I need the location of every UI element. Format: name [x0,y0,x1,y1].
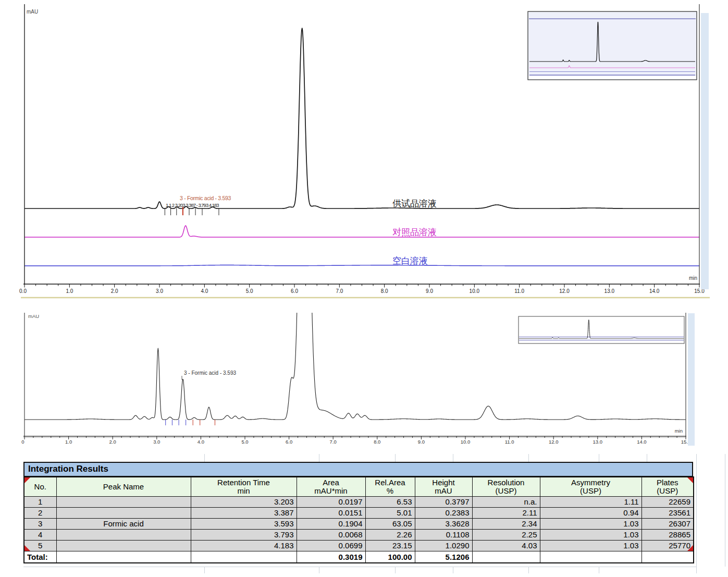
cell-resolution: n.a. [472,496,540,507]
x-tick-label: 5.0 [241,439,248,445]
x-tick-label: 12.0 [559,288,570,294]
x-tick-label: 2.0 [111,288,118,294]
x-tick-label: 1.0 [66,288,73,294]
x-tick-label: 5.0 [246,288,253,294]
x-tick-label: 13.0 [593,439,603,445]
inset-thumbnail-box [519,316,684,343]
table-total-row: Total:0.3019100.005.1206 [24,551,694,563]
gridline [204,567,205,573]
gridline [528,567,529,573]
gridline [528,454,529,462]
gridline [696,462,697,567]
gridline [453,567,453,573]
x-tick-label: 0 [21,439,24,445]
x-tick-label: 9.0 [426,288,433,294]
table-row: 3Formic acid3.5930.190463.053.36282.341.… [24,518,694,529]
x-axis-unit-label: min [675,428,683,434]
cell-no: 5 [24,540,56,551]
x-tick-label: 0.0 [19,288,27,294]
red-corner-marker [24,477,30,483]
cell-rel-area: 23.15 [365,540,415,551]
series-label-sample: 供试品溶液 [392,199,437,208]
cell-empty [56,551,191,563]
x-tick-label: 14.0 [637,439,647,445]
cell-total-height: 5.1206 [415,551,472,563]
cell-total-label: Total: [24,551,56,563]
chromatography-report: 0.01.02.03.04.05.06.07.08.09.010.011.012… [0,0,728,577]
cell-asymmetry: 1.03 [540,540,641,551]
x-tick-label: 14.0 [649,288,660,294]
column-header-peak-name: Peak Name [56,477,191,496]
x-tick-label: 7.0 [336,288,343,294]
cell-plates: 23561 [641,507,694,518]
cell-empty [472,551,540,563]
gridline [725,462,725,567]
y-axis-unit-label: mAU [28,313,39,319]
integration-results-table: Integration Results No.Peak NameRetentio… [23,462,693,563]
cell-area: 0.0197 [297,496,365,507]
x-tick-label: 6.0 [286,439,292,445]
cell-plates: 22659 [641,496,694,507]
overlay-chromatogram-chart: 0.01.02.03.04.05.06.07.08.09.010.011.012… [0,0,728,302]
cell-plates: 28865 [641,529,694,540]
gridline [599,567,599,573]
x-tick-label: 3.0 [156,288,163,294]
column-header-area: AreamAU*min [297,477,365,496]
x-tick-label: 12.0 [549,439,559,445]
zoomed-chromatogram-chart: 01.02.03.04.05.06.07.08.09.010.011.012.0… [0,302,728,453]
cell-peak-name [56,496,191,507]
cell-peak-name [56,540,191,551]
x-tick-label: 9.0 [418,439,425,445]
cell-height: 3.3628 [415,518,472,529]
cell-no: 4 [24,529,56,540]
y-axis-unit-label: mAU [27,9,38,15]
x-tick-label: 10.0 [470,288,480,294]
table-row: 23.3870.01515.010.23832.110.9423561 [24,507,694,518]
cell-no: 3 [24,518,56,529]
gridline [725,454,725,462]
cell-peak-name [56,507,191,518]
cell-plates: 25770 [641,540,694,551]
cell-height: 0.2383 [415,507,472,518]
column-header-plates: Plates(USP) [641,477,694,496]
gridline [647,454,647,462]
cell-rel-area: 63.05 [365,518,415,529]
column-header-rel-area: Rel.Area% [365,477,415,496]
gridline [453,454,453,462]
cell-resolution: 2.34 [472,518,540,529]
table-title: Integration Results [23,462,693,476]
cell-retention-time: 3.203 [191,496,297,507]
table-row: 54.1830.069923.151.02904.031.0325770 [24,540,694,551]
x-axis-unit-label: min [689,275,697,281]
cell-empty [540,551,641,563]
trace-blank [24,265,699,266]
x-tick-label: 8.0 [381,288,388,294]
x-tick-label: 7.0 [330,439,337,445]
cell-area: 0.0151 [297,507,365,518]
cell-height: 0.1108 [415,529,472,540]
cell-retention-time: 3.387 [191,507,297,518]
x-tick-label: 13.0 [604,288,615,294]
series-label-blank: 空白溶液 [392,256,428,266]
column-header-no-: No. [24,477,56,496]
cell-retention-time: 3.593 [191,518,297,529]
results-table: No.Peak NameRetention TimeminAreamAU*min… [23,476,694,563]
cell-asymmetry: 1.11 [540,496,641,507]
cell-rel-area: 2.26 [365,529,415,540]
series-label-reference: 对照品溶液 [392,227,437,237]
cell-total-rel-area: 100.00 [365,551,415,563]
formic-acid-peak-label: 3 - Formic acid - 3.593 [180,195,231,201]
red-corner-marker [687,545,693,551]
x-tick-label: 4.0 [201,288,208,294]
x-tick-label: 2.0 [109,439,116,445]
x-tick-label: 11.0 [505,439,514,445]
cell-area: 0.1904 [297,518,365,529]
cell-no: 2 [24,507,56,518]
cell-rel-area: 5.01 [365,507,415,518]
gridline [23,567,697,567]
gridline [696,454,697,462]
cell-height: 0.3797 [415,496,472,507]
cell-empty [641,551,694,563]
table-row: 43.7930.00682.260.11082.251.0328865 [24,529,694,540]
cell-peak-name: Formic acid [56,518,191,529]
